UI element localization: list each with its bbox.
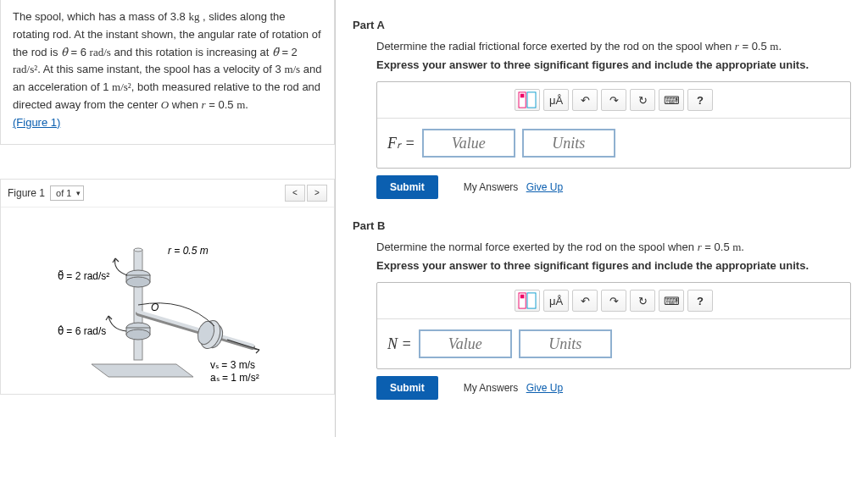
part-b-units-input[interactable] xyxy=(519,329,612,358)
part-a-giveup-link[interactable]: Give Up xyxy=(526,181,563,193)
part-b-value-input[interactable] xyxy=(419,329,512,358)
part-a-variable: Fᵣ = xyxy=(387,134,415,152)
part-b-submit-button[interactable]: Submit xyxy=(376,376,438,400)
figure-link[interactable]: (Figure 1) xyxy=(13,116,60,129)
svg-rect-12 xyxy=(520,94,525,98)
ann-r: r = 0.5 m xyxy=(168,245,209,257)
svg-rect-13 xyxy=(527,92,536,108)
part-a-submit-button[interactable]: Submit xyxy=(376,175,438,199)
svg-rect-16 xyxy=(527,293,536,308)
figure-diagram: r = 0.5 m θ̈ = 2 rad/s² θ̇ = 6 rad/s O v… xyxy=(41,216,295,385)
help-icon[interactable]: ? xyxy=(687,290,713,312)
part-a-value-input[interactable] xyxy=(422,129,515,158)
ann-as: aₛ = 1 m/s² xyxy=(210,372,259,384)
svg-point-4 xyxy=(126,277,150,287)
svg-rect-15 xyxy=(520,295,525,299)
next-figure-button[interactable]: > xyxy=(307,185,327,202)
figure-label: Figure 1 xyxy=(8,187,45,199)
ann-thetad: θ̇ = 6 rad/s xyxy=(58,325,106,337)
svg-point-7 xyxy=(126,329,150,340)
undo-icon[interactable]: ↶ xyxy=(572,290,598,312)
prev-figure-button[interactable]: < xyxy=(285,185,305,202)
part-b-question: Determine the normal force exerted by th… xyxy=(376,241,851,254)
part-b-variable: N = xyxy=(387,335,412,353)
keyboard-icon[interactable]: ⌨ xyxy=(659,290,684,312)
redo-icon[interactable]: ↷ xyxy=(601,89,626,111)
part-b-giveup-link[interactable]: Give Up xyxy=(526,382,563,394)
reset-icon[interactable]: ↻ xyxy=(630,89,655,111)
reset-icon[interactable]: ↻ xyxy=(630,290,655,312)
svg-point-1 xyxy=(134,248,142,252)
undo-icon[interactable]: ↶ xyxy=(572,89,598,111)
part-a-header: Part A xyxy=(353,19,851,31)
part-b-answerbox: μÅ ↶ ↷ ↻ ⌨ ? N = xyxy=(376,282,851,369)
ann-O: O xyxy=(151,302,159,313)
template-icon[interactable] xyxy=(515,89,540,111)
part-a-answerbox: μÅ ↶ ↷ ↻ ⌨ ? Fᵣ = xyxy=(376,81,851,169)
template-icon[interactable] xyxy=(515,290,540,312)
part-b-myanswers: My Answers Give Up xyxy=(464,382,563,394)
keyboard-icon[interactable]: ⌨ xyxy=(659,89,684,111)
part-a-myanswers: My Answers Give Up xyxy=(464,181,563,193)
problem-statement: The spool, which has a mass of 3.8 kg , … xyxy=(0,0,335,145)
figure-selector[interactable]: of 1 xyxy=(50,185,84,201)
redo-icon[interactable]: ↷ xyxy=(601,290,626,312)
units-icon[interactable]: μÅ xyxy=(543,89,569,111)
part-a-units-input[interactable] xyxy=(522,129,615,158)
problem-text: The spool, which has a mass of 3.8 kg , … xyxy=(13,10,322,111)
units-icon[interactable]: μÅ xyxy=(543,290,569,312)
part-b-header: Part B xyxy=(353,219,851,232)
help-icon[interactable]: ? xyxy=(687,89,713,111)
figure-panel: Figure 1 of 1 < > xyxy=(0,179,335,395)
part-a-instruction: Express your answer to three significant… xyxy=(376,58,851,71)
ann-vs: vₛ = 3 m/s xyxy=(210,359,255,371)
part-a-question: Determine the radial frictional force ex… xyxy=(376,40,851,53)
part-b-instruction: Express your answer to three significant… xyxy=(376,259,851,272)
ann-thetadd: θ̈ = 2 rad/s² xyxy=(58,270,109,282)
